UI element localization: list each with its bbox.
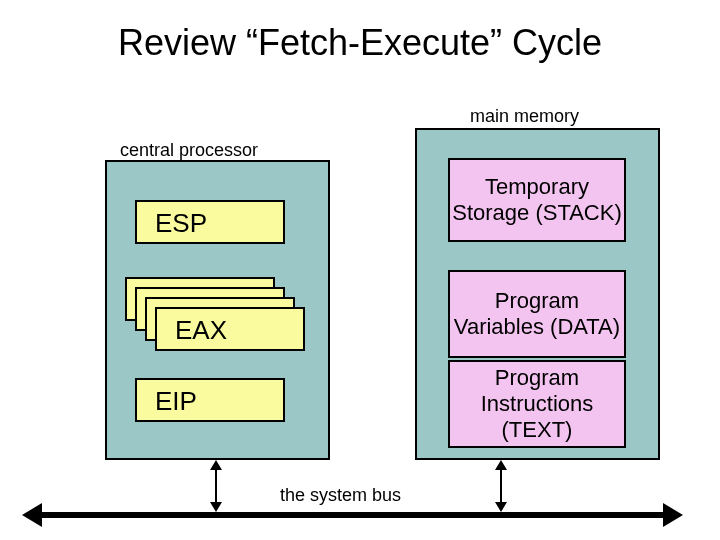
memory-segment-data: Program Variables (DATA) (448, 270, 626, 358)
memory-bus-connector (500, 468, 502, 504)
system-bus-label: the system bus (280, 485, 401, 506)
memory-segment-text: Program Instructions (TEXT) (448, 360, 626, 448)
register-eax: EAX (155, 307, 305, 351)
register-esp: ESP (135, 200, 285, 244)
register-eip: EIP (135, 378, 285, 422)
memory-segment-stack: Temporary Storage (STACK) (448, 158, 626, 242)
cpu-bus-connector (215, 468, 217, 504)
central-processor-label: central processor (120, 140, 258, 161)
system-bus-arrow (40, 512, 665, 518)
page-title: Review “Fetch-Execute” Cycle (0, 22, 720, 64)
main-memory-label: main memory (470, 106, 579, 127)
